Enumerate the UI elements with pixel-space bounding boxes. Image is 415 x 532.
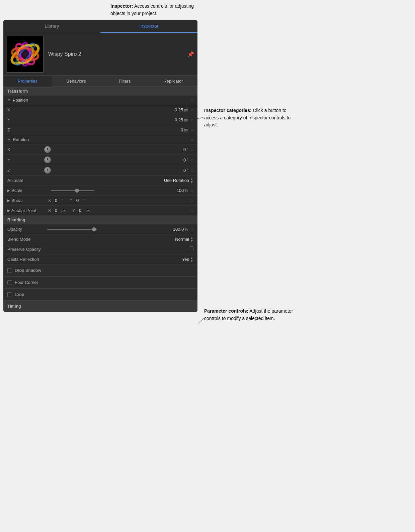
position-x-label: X — [7, 107, 44, 112]
casts-arrows[interactable]: ▲▼ — [190, 256, 193, 262]
category-tabs: Properties Behaviors Filters Replicator — [3, 76, 197, 87]
scale-row: ▶ Scale 100 % ◇ — [3, 186, 197, 196]
rotation-y-diamond: ◇ — [191, 158, 193, 162]
rotation-group-row[interactable]: ▼ Rotation ◇ — [3, 135, 197, 144]
opacity-value[interactable]: 100.0 — [173, 227, 184, 232]
four-corner-section[interactable]: Four Corner — [3, 277, 197, 289]
rotation-y-label: Y — [7, 157, 44, 163]
scale-slider-thumb[interactable] — [75, 189, 79, 193]
blend-mode-arrows[interactable]: ▲▼ — [190, 236, 193, 242]
opacity-slider-area[interactable] — [44, 229, 173, 230]
rotation-diamond: ◇ — [191, 138, 193, 141]
annotation-categories: Inspector categories: Click a button to … — [204, 107, 295, 129]
shear-x-value[interactable]: 0 — [55, 198, 57, 203]
rotation-y-unit: ° — [186, 157, 188, 162]
rotation-y-row: Y 0 ° ◇ — [3, 155, 197, 165]
shear-x-label: X — [48, 198, 51, 203]
blend-mode-value[interactable]: Normal ▲▼ — [175, 236, 193, 242]
rotation-y-value[interactable]: 0 — [183, 157, 186, 163]
drop-shadow-checkbox[interactable] — [7, 268, 12, 273]
annotation-params: Parameter controls: Adjust the parameter… — [204, 308, 295, 322]
crop-section[interactable]: Crop — [3, 289, 197, 301]
rotation-x-dial[interactable] — [44, 146, 51, 153]
scale-slider-track[interactable] — [51, 190, 94, 191]
anchor-y-label: Y — [72, 208, 75, 213]
rotation-z-dial[interactable] — [44, 167, 51, 174]
opacity-slider-track[interactable] — [47, 229, 97, 230]
position-z-diamond: ◇ — [191, 128, 193, 132]
shear-row: ▶ Shear X 0 ° Y 0 ° ◇ — [3, 196, 197, 206]
scale-value[interactable]: 100 — [177, 188, 184, 193]
position-z-value[interactable]: 0 — [181, 127, 183, 132]
position-group-row[interactable]: ▼ Position ◇ — [3, 96, 197, 105]
animate-value-area: Use Rotation ▲▼ — [164, 178, 193, 184]
cat-tab-properties[interactable]: Properties — [3, 76, 52, 87]
svg-point-9 — [9, 38, 42, 71]
animate-arrows[interactable]: ▲▼ — [190, 178, 193, 184]
shear-x-unit: ° — [61, 198, 63, 203]
scale-triangle[interactable]: ▶ — [7, 189, 10, 192]
anchor-triangle[interactable]: ▶ — [7, 209, 10, 212]
anchor-y-value[interactable]: 0 — [79, 208, 81, 213]
position-x-unit: px — [184, 108, 188, 112]
position-triangle: ▼ — [7, 98, 11, 102]
cat-tab-behaviors[interactable]: Behaviors — [52, 76, 100, 87]
anchor-x-value[interactable]: 0 — [55, 208, 57, 213]
shear-triangle[interactable]: ▶ — [7, 199, 10, 202]
animate-label: Animate — [7, 178, 44, 183]
shear-label: Shear — [11, 198, 48, 203]
animate-row: Animate Use Rotation ▲▼ — [3, 176, 197, 186]
anchor-x-label: X — [48, 208, 51, 213]
shear-y-value[interactable]: 0 — [76, 198, 79, 203]
rotation-x-label: X — [7, 147, 44, 152]
rotation-z-diamond: ◇ — [191, 169, 193, 172]
thumbnail-art — [7, 36, 43, 72]
position-y-label: Y — [7, 117, 44, 122]
anchor-row: ▶ Anchor Point X 0 px Y 0 px ◇ — [3, 206, 197, 216]
scale-slider-area[interactable] — [48, 190, 177, 191]
rotation-z-value[interactable]: 0 — [183, 168, 186, 173]
four-corner-checkbox[interactable] — [7, 280, 12, 285]
svg-line-10 — [197, 117, 204, 119]
blend-mode-area: Normal ▲▼ — [175, 236, 193, 242]
section-timing: Timing — [3, 301, 197, 312]
position-diamond: ◇ — [191, 98, 193, 102]
rotation-y-dial[interactable] — [44, 156, 51, 163]
casts-value[interactable]: Yes ▲▼ — [182, 256, 193, 262]
casts-reflection-row: Casts Reflection Yes ▲▼ — [3, 254, 197, 264]
rotation-z-unit: ° — [186, 168, 188, 173]
animate-value[interactable]: Use Rotation ▲▼ — [164, 178, 193, 184]
drop-shadow-label: Drop Shadow — [15, 268, 41, 273]
tab-library[interactable]: Library — [3, 20, 100, 33]
pin-icon[interactable]: 📌 — [187, 51, 194, 58]
rotation-triangle: ▼ — [7, 138, 11, 141]
opacity-slider-thumb[interactable] — [92, 227, 96, 231]
rotation-x-diamond: ◇ — [191, 148, 193, 151]
cat-tab-filters[interactable]: Filters — [100, 76, 149, 87]
anchor-diamond: ◇ — [191, 209, 193, 212]
position-x-row: X -0.25 px ◇ — [3, 105, 197, 115]
drop-shadow-section[interactable]: Drop Shadow — [3, 264, 197, 277]
preserve-opacity-label: Preserve Opacity — [7, 247, 44, 252]
blend-mode-row: Blend Mode Normal ▲▼ — [3, 234, 197, 244]
crop-checkbox[interactable] — [7, 292, 12, 297]
svg-line-11 — [198, 318, 204, 324]
shear-y-unit: ° — [83, 198, 84, 203]
position-x-value[interactable]: -0.25 — [173, 107, 183, 112]
anchor-label: Anchor Point — [11, 208, 48, 213]
tab-inspector[interactable]: Inspector — [100, 20, 197, 33]
header-title: Wispy Spiro 2 — [44, 51, 187, 57]
shear-diamond: ◇ — [191, 199, 193, 202]
position-y-unit: px — [184, 118, 188, 122]
rotation-x-value[interactable]: 0 — [183, 147, 186, 152]
scale-label: Scale — [11, 188, 48, 193]
shear-y-label: Y — [70, 198, 72, 203]
position-z-row: Z 0 px ◇ — [3, 125, 197, 135]
rotation-group-label: Rotation — [13, 137, 29, 142]
annotation-params-bold: Parameter controls: — [204, 308, 248, 314]
annotation-categories-bold: Inspector categories: — [204, 108, 252, 113]
position-y-value[interactable]: 0.25 — [175, 117, 183, 122]
casts-label: Casts Reflection — [7, 257, 44, 262]
cat-tab-replicator[interactable]: Replicator — [149, 76, 197, 87]
preserve-checkbox[interactable] — [189, 246, 193, 251]
